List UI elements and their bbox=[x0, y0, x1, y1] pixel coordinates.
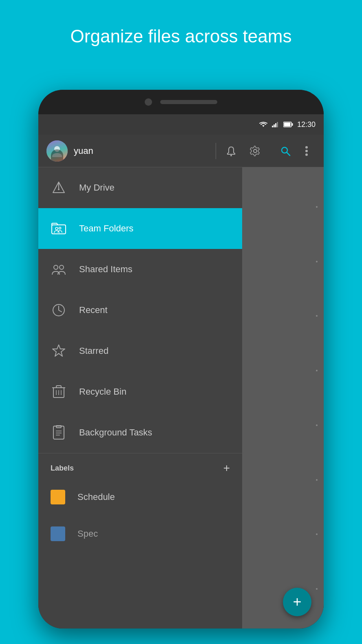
plus-icon: + bbox=[293, 595, 301, 609]
svg-point-19 bbox=[58, 189, 60, 190]
folder-team-icon bbox=[51, 220, 67, 237]
shared-icon bbox=[51, 261, 67, 278]
team-folders-label: Team Folders bbox=[79, 223, 133, 234]
nav-item-starred[interactable]: Starred bbox=[38, 331, 242, 371]
svg-point-23 bbox=[54, 265, 58, 269]
dot bbox=[316, 261, 318, 262]
spec-color bbox=[51, 526, 65, 541]
schedule-label: Schedule bbox=[77, 492, 115, 502]
divider bbox=[216, 143, 216, 159]
label-item-schedule[interactable]: Schedule bbox=[38, 479, 242, 515]
labels-title: Labels bbox=[51, 464, 223, 473]
nav-item-team-folders[interactable]: Team Folders bbox=[38, 208, 242, 249]
dot bbox=[316, 479, 318, 481]
more-icon bbox=[305, 146, 308, 156]
label-item-spec[interactable]: Spec bbox=[38, 515, 242, 552]
bell-button[interactable] bbox=[222, 142, 240, 160]
username-label: yuan bbox=[74, 146, 210, 156]
content-dots bbox=[316, 167, 318, 628]
my-drive-label: My Drive bbox=[79, 182, 115, 193]
svg-marker-0 bbox=[262, 125, 265, 127]
svg-rect-20 bbox=[52, 225, 66, 234]
nav-item-recycle-bin[interactable]: Recycle Bin bbox=[38, 371, 242, 412]
gear-button[interactable] bbox=[246, 142, 264, 160]
svg-point-9 bbox=[52, 153, 62, 157]
svg-point-21 bbox=[55, 227, 58, 230]
phone-shell: 12:30 yuan bbox=[38, 90, 324, 628]
svg-rect-6 bbox=[291, 123, 293, 126]
svg-rect-4 bbox=[277, 122, 278, 127]
svg-marker-26 bbox=[53, 345, 65, 356]
screen-content: My Drive Team Folders bbox=[38, 167, 324, 628]
fab-button[interactable]: + bbox=[283, 588, 311, 616]
battery-icon bbox=[283, 122, 293, 127]
svg-point-22 bbox=[59, 227, 61, 229]
svg-rect-2 bbox=[274, 124, 275, 127]
search-icon bbox=[280, 145, 291, 157]
svg-point-11 bbox=[254, 149, 257, 153]
phone-top-bar bbox=[38, 90, 324, 114]
nav-item-my-drive[interactable]: My Drive bbox=[38, 167, 242, 208]
nav-item-background-tasks[interactable]: Background Tasks bbox=[38, 412, 242, 453]
nav-item-shared-items[interactable]: Shared Items bbox=[38, 249, 242, 290]
status-time: 12:30 bbox=[297, 120, 316, 129]
gear-icon bbox=[250, 146, 260, 156]
status-bar: 12:30 bbox=[38, 114, 324, 135]
recycle-bin-label: Recycle Bin bbox=[79, 386, 126, 397]
dot bbox=[316, 588, 318, 590]
starred-label: Starred bbox=[79, 346, 108, 356]
svg-point-10 bbox=[230, 155, 232, 156]
dot bbox=[316, 370, 318, 371]
dot bbox=[316, 424, 318, 426]
more-button[interactable] bbox=[298, 142, 316, 160]
page-headline: Organize files across teams bbox=[0, 0, 362, 64]
svg-rect-3 bbox=[275, 123, 276, 127]
svg-rect-7 bbox=[284, 123, 290, 127]
trash-icon bbox=[51, 384, 67, 400]
search-button[interactable] bbox=[276, 142, 294, 160]
tasks-icon bbox=[51, 424, 67, 441]
add-label-button[interactable]: + bbox=[223, 462, 230, 475]
drawer: My Drive Team Folders bbox=[38, 167, 242, 628]
app-bar: yuan bbox=[38, 135, 324, 167]
svg-line-13 bbox=[287, 152, 290, 155]
svg-point-24 bbox=[60, 265, 64, 269]
background-tasks-label: Background Tasks bbox=[79, 427, 152, 438]
dot bbox=[316, 533, 318, 535]
svg-point-8 bbox=[54, 146, 60, 152]
svg-point-16 bbox=[305, 153, 308, 156]
svg-point-15 bbox=[305, 150, 308, 152]
drive-icon bbox=[51, 180, 67, 196]
star-icon bbox=[51, 343, 67, 359]
phone-speaker bbox=[160, 100, 217, 104]
shared-items-label: Shared Items bbox=[79, 264, 132, 275]
avatar[interactable] bbox=[46, 140, 68, 162]
schedule-color bbox=[51, 490, 65, 504]
dot bbox=[316, 315, 318, 317]
phone-camera bbox=[145, 98, 152, 106]
dot bbox=[316, 206, 318, 208]
labels-header: Labels + bbox=[38, 453, 242, 479]
wifi-icon bbox=[259, 121, 268, 128]
svg-rect-1 bbox=[272, 126, 273, 127]
content-panel: + bbox=[242, 167, 324, 628]
spec-label: Spec bbox=[77, 529, 98, 539]
recent-icon bbox=[51, 302, 67, 318]
right-icons bbox=[270, 142, 316, 160]
svg-point-14 bbox=[305, 146, 308, 149]
nav-item-recent[interactable]: Recent bbox=[38, 290, 242, 331]
recent-label: Recent bbox=[79, 305, 108, 315]
signal-icon bbox=[272, 122, 279, 127]
bell-icon bbox=[226, 146, 236, 156]
svg-rect-29 bbox=[56, 386, 61, 388]
